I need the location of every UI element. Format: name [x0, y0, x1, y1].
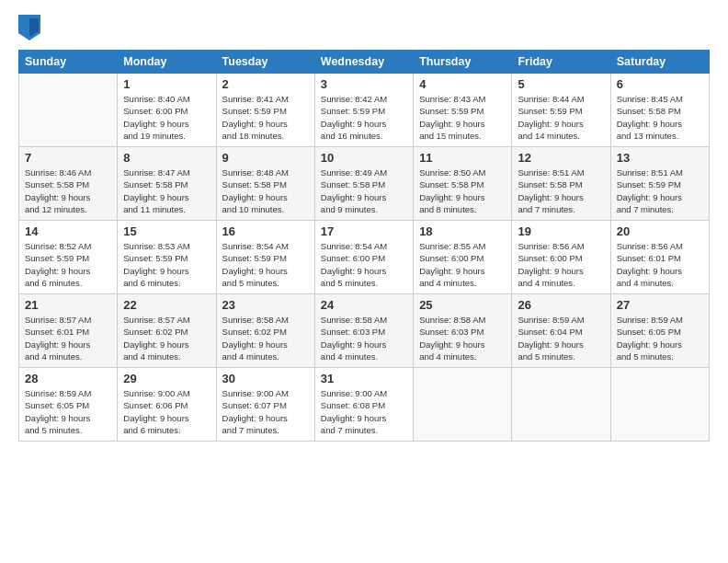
day-header-monday: Monday	[118, 51, 216, 74]
calendar-cell: 15Sunrise: 8:53 AM Sunset: 5:59 PM Dayli…	[118, 221, 216, 294]
calendar-cell: 30Sunrise: 9:00 AM Sunset: 6:07 PM Dayli…	[216, 368, 314, 442]
calendar-cell: 24Sunrise: 8:58 AM Sunset: 6:03 PM Dayli…	[314, 294, 413, 368]
day-info: Sunrise: 8:52 AM Sunset: 5:59 PM Dayligh…	[25, 240, 111, 289]
day-info: Sunrise: 8:49 AM Sunset: 5:58 PM Dayligh…	[321, 167, 407, 215]
day-number: 1	[123, 77, 210, 91]
calendar-cell: 14Sunrise: 8:52 AM Sunset: 5:59 PM Dayli…	[19, 221, 118, 294]
day-number: 29	[123, 372, 210, 385]
day-number: 14	[25, 224, 111, 238]
day-number: 5	[518, 77, 604, 91]
day-info: Sunrise: 8:58 AM Sunset: 6:03 PM Dayligh…	[321, 314, 407, 362]
week-row-3: 21Sunrise: 8:57 AM Sunset: 6:01 PM Dayli…	[19, 294, 710, 368]
calendar-cell: 5Sunrise: 8:44 AM Sunset: 5:59 PM Daylig…	[512, 74, 610, 147]
calendar-cell: 8Sunrise: 8:47 AM Sunset: 5:58 PM Daylig…	[118, 147, 216, 221]
day-number: 18	[419, 224, 506, 238]
day-info: Sunrise: 8:56 AM Sunset: 6:01 PM Dayligh…	[617, 240, 703, 289]
day-info: Sunrise: 8:55 AM Sunset: 6:00 PM Dayligh…	[419, 240, 506, 289]
day-info: Sunrise: 8:56 AM Sunset: 6:00 PM Dayligh…	[518, 240, 604, 289]
calendar-cell: 26Sunrise: 8:59 AM Sunset: 6:04 PM Dayli…	[512, 294, 610, 368]
day-info: Sunrise: 8:50 AM Sunset: 5:58 PM Dayligh…	[419, 167, 506, 215]
calendar-cell: 27Sunrise: 8:59 AM Sunset: 6:05 PM Dayli…	[610, 294, 709, 368]
calendar-cell	[414, 368, 512, 442]
day-info: Sunrise: 8:51 AM Sunset: 5:59 PM Dayligh…	[617, 167, 703, 215]
calendar-cell: 6Sunrise: 8:45 AM Sunset: 5:58 PM Daylig…	[610, 74, 709, 147]
calendar-cell	[512, 368, 610, 442]
calendar-cell: 13Sunrise: 8:51 AM Sunset: 5:59 PM Dayli…	[610, 147, 709, 221]
day-number: 24	[321, 298, 407, 312]
day-number: 22	[123, 298, 210, 312]
day-info: Sunrise: 8:43 AM Sunset: 5:59 PM Dayligh…	[419, 93, 506, 142]
day-info: Sunrise: 8:44 AM Sunset: 5:59 PM Dayligh…	[518, 93, 604, 142]
day-number: 31	[321, 372, 407, 385]
week-row-1: 7Sunrise: 8:46 AM Sunset: 5:58 PM Daylig…	[19, 147, 710, 221]
day-number: 16	[222, 224, 309, 238]
day-info: Sunrise: 8:41 AM Sunset: 5:59 PM Dayligh…	[222, 93, 309, 142]
logo-icon	[18, 15, 40, 40]
day-info: Sunrise: 8:40 AM Sunset: 6:00 PM Dayligh…	[123, 93, 210, 142]
day-number: 27	[617, 298, 703, 312]
day-info: Sunrise: 9:00 AM Sunset: 6:08 PM Dayligh…	[321, 387, 407, 436]
day-number: 28	[25, 372, 111, 385]
day-info: Sunrise: 8:51 AM Sunset: 5:58 PM Dayligh…	[518, 167, 604, 215]
day-info: Sunrise: 8:58 AM Sunset: 6:02 PM Dayligh…	[222, 314, 309, 362]
day-header-wednesday: Wednesday	[314, 51, 413, 74]
week-row-0: 1Sunrise: 8:40 AM Sunset: 6:00 PM Daylig…	[19, 74, 710, 147]
logo	[18, 15, 42, 40]
day-header-sunday: Sunday	[19, 51, 118, 74]
calendar-cell: 20Sunrise: 8:56 AM Sunset: 6:01 PM Dayli…	[610, 221, 709, 294]
day-info: Sunrise: 8:59 AM Sunset: 6:05 PM Dayligh…	[25, 387, 111, 436]
calendar-cell: 3Sunrise: 8:42 AM Sunset: 5:59 PM Daylig…	[314, 74, 413, 147]
day-number: 30	[222, 372, 309, 385]
day-number: 25	[419, 298, 506, 312]
calendar-cell: 23Sunrise: 8:58 AM Sunset: 6:02 PM Dayli…	[216, 294, 314, 368]
calendar-cell: 18Sunrise: 8:55 AM Sunset: 6:00 PM Dayli…	[414, 221, 512, 294]
day-info: Sunrise: 8:59 AM Sunset: 6:05 PM Dayligh…	[617, 314, 703, 362]
week-row-4: 28Sunrise: 8:59 AM Sunset: 6:05 PM Dayli…	[19, 368, 710, 442]
day-number: 7	[25, 151, 111, 165]
day-number: 12	[518, 151, 604, 165]
calendar-cell: 2Sunrise: 8:41 AM Sunset: 5:59 PM Daylig…	[216, 74, 314, 147]
day-number: 13	[617, 151, 703, 165]
day-number: 10	[321, 151, 407, 165]
day-info: Sunrise: 9:00 AM Sunset: 6:06 PM Dayligh…	[123, 387, 210, 436]
calendar-cell: 12Sunrise: 8:51 AM Sunset: 5:58 PM Dayli…	[512, 147, 610, 221]
calendar-cell: 29Sunrise: 9:00 AM Sunset: 6:06 PM Dayli…	[118, 368, 216, 442]
day-number: 20	[617, 224, 703, 238]
day-info: Sunrise: 8:58 AM Sunset: 6:03 PM Dayligh…	[419, 314, 506, 362]
calendar-cell: 4Sunrise: 8:43 AM Sunset: 5:59 PM Daylig…	[414, 74, 512, 147]
day-info: Sunrise: 8:54 AM Sunset: 5:59 PM Dayligh…	[222, 240, 309, 289]
calendar-cell: 19Sunrise: 8:56 AM Sunset: 6:00 PM Dayli…	[512, 221, 610, 294]
calendar-cell: 16Sunrise: 8:54 AM Sunset: 5:59 PM Dayli…	[216, 221, 314, 294]
day-number: 15	[123, 224, 210, 238]
day-number: 23	[222, 298, 309, 312]
day-number: 19	[518, 224, 604, 238]
day-number: 9	[222, 151, 309, 165]
day-info: Sunrise: 8:57 AM Sunset: 6:02 PM Dayligh…	[123, 314, 210, 362]
week-row-2: 14Sunrise: 8:52 AM Sunset: 5:59 PM Dayli…	[19, 221, 710, 294]
calendar-cell: 25Sunrise: 8:58 AM Sunset: 6:03 PM Dayli…	[414, 294, 512, 368]
day-number: 17	[321, 224, 407, 238]
day-info: Sunrise: 8:57 AM Sunset: 6:01 PM Dayligh…	[25, 314, 111, 362]
calendar-cell: 1Sunrise: 8:40 AM Sunset: 6:00 PM Daylig…	[118, 74, 216, 147]
header	[18, 15, 710, 40]
day-number: 21	[25, 298, 111, 312]
day-number: 2	[222, 77, 309, 91]
calendar-cell: 17Sunrise: 8:54 AM Sunset: 6:00 PM Dayli…	[314, 221, 413, 294]
calendar-cell	[19, 74, 118, 147]
calendar: SundayMondayTuesdayWednesdayThursdayFrid…	[18, 50, 710, 442]
day-info: Sunrise: 9:00 AM Sunset: 6:07 PM Dayligh…	[222, 387, 309, 436]
calendar-cell: 28Sunrise: 8:59 AM Sunset: 6:05 PM Dayli…	[19, 368, 118, 442]
calendar-header-row: SundayMondayTuesdayWednesdayThursdayFrid…	[19, 51, 710, 74]
calendar-cell: 31Sunrise: 9:00 AM Sunset: 6:08 PM Dayli…	[314, 368, 413, 442]
day-number: 3	[321, 77, 407, 91]
page: SundayMondayTuesdayWednesdayThursdayFrid…	[0, 0, 728, 563]
day-info: Sunrise: 8:53 AM Sunset: 5:59 PM Dayligh…	[123, 240, 210, 289]
calendar-cell: 10Sunrise: 8:49 AM Sunset: 5:58 PM Dayli…	[314, 147, 413, 221]
calendar-cell: 7Sunrise: 8:46 AM Sunset: 5:58 PM Daylig…	[19, 147, 118, 221]
calendar-cell: 21Sunrise: 8:57 AM Sunset: 6:01 PM Dayli…	[19, 294, 118, 368]
day-header-thursday: Thursday	[414, 51, 512, 74]
calendar-cell	[610, 368, 709, 442]
day-number: 4	[419, 77, 506, 91]
day-info: Sunrise: 8:54 AM Sunset: 6:00 PM Dayligh…	[321, 240, 407, 289]
day-info: Sunrise: 8:46 AM Sunset: 5:58 PM Dayligh…	[25, 167, 111, 215]
